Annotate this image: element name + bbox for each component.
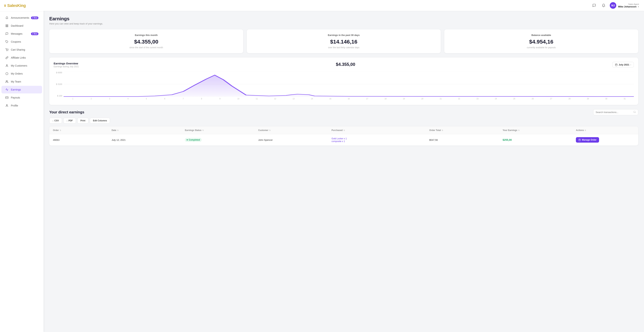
td-actions: Manage Order (576, 137, 634, 143)
chart-x-label: 16 (340, 98, 358, 100)
csv-button[interactable]: ↓ CSV (49, 118, 62, 123)
logo: ♛ SalesKing (0, 0, 44, 12)
sidebar-item-announcements[interactable]: Announcements 1 New (2, 14, 42, 22)
chart-x-label: 27 (542, 98, 560, 100)
chart-x-label: 19 (395, 98, 413, 100)
td-order-total: $547,56 (429, 139, 503, 141)
sidebar-item-payouts[interactable]: Payouts (2, 94, 42, 101)
sidebar-item-coupons[interactable]: Coupons (2, 38, 42, 46)
earnings-table: Order ⇅ Date ⇅ Earnings Status ⇅ Custome… (49, 126, 638, 145)
chart-x-label: 21 (432, 98, 450, 100)
stat-note-2: currently available for payouts (449, 46, 634, 49)
sidebar-item-messages[interactable]: Messages 1 New (2, 30, 42, 38)
bell-topbar-button[interactable] (600, 2, 607, 9)
stat-value-2: $4.954,16 (449, 39, 634, 45)
chart-x-label: 9 (211, 98, 229, 100)
overview-title: Earnings Overview (54, 62, 79, 65)
sort-customer-icon: ⇅ (269, 129, 270, 131)
chart-x-label: 2 (82, 98, 100, 100)
sort-earnings-icon: ⇅ (518, 129, 520, 131)
chart-x-label: 6 (156, 98, 174, 100)
overview-card: Earnings Overview Earnings during July 2… (49, 58, 638, 105)
stat-label-0: Earnings this month (54, 34, 239, 37)
chart-x-label: 17 (358, 98, 376, 100)
search-box (593, 109, 638, 115)
sort-total-icon: ⇅ (442, 129, 443, 131)
user-role: Sales Agent (618, 3, 639, 5)
stat-card-0: Earnings this month $4.355,00 since the … (49, 29, 243, 53)
sidebar: ♛ SalesKing Announcements 1 New Dashboar… (0, 0, 44, 332)
date-picker-button[interactable]: July 2021 › (612, 62, 634, 68)
table-row: #8063 July 12, 2021 Completed John Spenc… (49, 134, 638, 145)
chart-plot (64, 71, 634, 97)
chart-x-label: 29 (578, 98, 597, 100)
sidebar-item-cart-sharing[interactable]: Cart Sharing (2, 46, 42, 54)
sort-actions-icon: ⇅ (584, 129, 586, 131)
chart-x-label: 4 (119, 98, 137, 100)
chart-x-label: 11 (248, 98, 266, 100)
download-csv-icon: ↓ (52, 119, 54, 122)
sidebar-item-earnings[interactable]: Earnings (2, 86, 42, 93)
th-date: Date ⇅ (112, 129, 185, 131)
svg-line-20 (635, 112, 636, 113)
avatar: MJ (610, 2, 616, 9)
manage-order-button[interactable]: Manage Order (576, 137, 599, 143)
svg-rect-0 (6, 25, 7, 26)
overview-total: $4.355,00 (336, 62, 355, 67)
date-label: July 2021 (619, 63, 629, 66)
svg-point-6 (8, 51, 8, 51)
th-actions: Actions ⇅ (576, 129, 634, 131)
sidebar-item-my-orders[interactable]: My Orders (2, 70, 42, 77)
sidebar-item-dashboard[interactable]: Dashboard (2, 22, 42, 30)
sidebar-label-my-orders: My Orders (11, 72, 23, 75)
th-customer: Customer ⇅ (258, 129, 332, 131)
sidebar-label-profile: Profile (11, 104, 18, 107)
chart-x-label: 5 (137, 98, 156, 100)
user-menu[interactable]: MJ Sales Agent Mike Johansson ▾ (610, 2, 639, 9)
table-header: Order ⇅ Date ⇅ Earnings Status ⇅ Custome… (49, 126, 638, 134)
svg-point-7 (6, 65, 7, 66)
chart-x-label: 25 (505, 98, 524, 100)
sidebar-item-profile[interactable]: Profile (2, 102, 42, 109)
chart-icon (5, 88, 9, 91)
stat-label-1: Earnings in the past 30 days (251, 34, 436, 37)
chart-x-labels: 1234567891011121314151617181920212223242… (64, 97, 634, 100)
direct-earnings-header: Your direct earnings (49, 109, 638, 115)
box-icon (5, 72, 9, 75)
sidebar-label-coupons: Coupons (11, 40, 21, 43)
print-button[interactable]: Print (77, 118, 88, 123)
chart-x-label: 14 (303, 98, 321, 100)
th-order-total: Order Total ⇅ (429, 129, 503, 131)
overview-header: Earnings Overview Earnings during July 2… (54, 62, 634, 68)
svg-point-8 (6, 81, 7, 81)
sidebar-label-dashboard: Dashboard (11, 24, 24, 27)
calendar-icon (615, 64, 618, 66)
th-your-earnings: Your Earnings ⇅ (503, 129, 576, 131)
sort-status-icon: ⇅ (202, 129, 204, 131)
th-status: Earnings Status ⇅ (185, 129, 258, 131)
chart-x-label: 28 (560, 98, 579, 100)
chart-x-label: 26 (524, 98, 542, 100)
sidebar-label-announcements: Announcements (11, 16, 29, 19)
wallet-icon (5, 96, 9, 99)
chart-x-label: 8 (192, 98, 211, 100)
chat-topbar-button[interactable] (591, 2, 598, 9)
search-input[interactable] (596, 111, 632, 114)
edit-columns-button[interactable]: Edit Columns (90, 118, 110, 123)
sidebar-item-my-team[interactable]: My Team (2, 78, 42, 85)
tag-icon (5, 40, 9, 44)
td-date: July 12, 2021 (112, 139, 185, 141)
sidebar-item-my-customers[interactable]: My Customers (2, 62, 42, 70)
sidebar-label-my-team: My Team (11, 80, 21, 83)
sidebar-label-cart-sharing: Cart Sharing (11, 48, 25, 51)
stat-card-2: Balance available $4.954,16 currently av… (444, 29, 638, 53)
sidebar-item-affiliate-links[interactable]: Affiliate Links (2, 54, 42, 62)
product-link[interactable]: Gold Locker x 1composite x 1 (332, 137, 347, 143)
person-icon (5, 64, 9, 68)
pdf-button[interactable]: ↓ PDF (64, 118, 76, 123)
stat-value-0: $4.355,00 (54, 39, 239, 45)
shopping-bag-icon (578, 139, 581, 141)
y-label-3100: $ 3100 (54, 83, 64, 85)
logo-crown-icon: ♛ (4, 4, 6, 8)
chart-x-label: 20 (413, 98, 432, 100)
